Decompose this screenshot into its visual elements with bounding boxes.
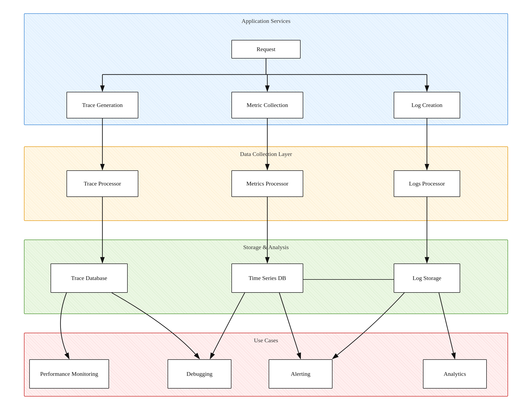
node-trace-proc-label: Trace Processor [84,180,121,188]
node-request-label: Request [257,46,276,53]
node-metrics-proc-label: Metrics Processor [246,180,288,188]
node-trace-database: Trace Database [51,263,128,293]
node-alerting: Alerting [269,359,332,389]
node-logs-proc-label: Logs Processor [409,180,445,188]
node-analytics-label: Analytics [444,370,466,378]
node-trace-generation: Trace Generation [66,92,138,118]
layer-storage-label: Storage & Analysis [243,244,289,251]
node-timeseries-db-label: Time Series DB [249,274,286,282]
layer-usecases-label: Use Cases [254,337,278,344]
node-metrics-processor: Metrics Processor [231,170,303,197]
node-log-creation: Log Creation [394,92,460,118]
node-log-storage-label: Log Storage [413,274,441,282]
node-debugging-label: Debugging [186,370,213,378]
layer-app-label: Application Services [242,18,290,24]
node-trace-db-label: Trace Database [71,274,107,282]
node-alerting-label: Alerting [291,370,310,378]
node-log-create-label: Log Creation [412,101,443,109]
node-request: Request [231,40,301,59]
node-performance-monitoring: Performance Monitoring [29,359,109,389]
node-trace-gen-label: Trace Generation [82,101,123,109]
node-logs-processor: Logs Processor [394,170,460,197]
node-trace-processor: Trace Processor [66,170,138,197]
node-perf-mon-label: Performance Monitoring [40,370,98,378]
node-log-storage: Log Storage [394,263,460,293]
node-metric-collection: Metric Collection [231,92,303,118]
node-metric-col-label: Metric Collection [247,101,288,109]
node-analytics: Analytics [423,359,487,389]
layer-data-label: Data Collection Layer [240,151,292,158]
node-debugging: Debugging [168,359,231,389]
node-timeseries-db: Time Series DB [231,263,303,293]
